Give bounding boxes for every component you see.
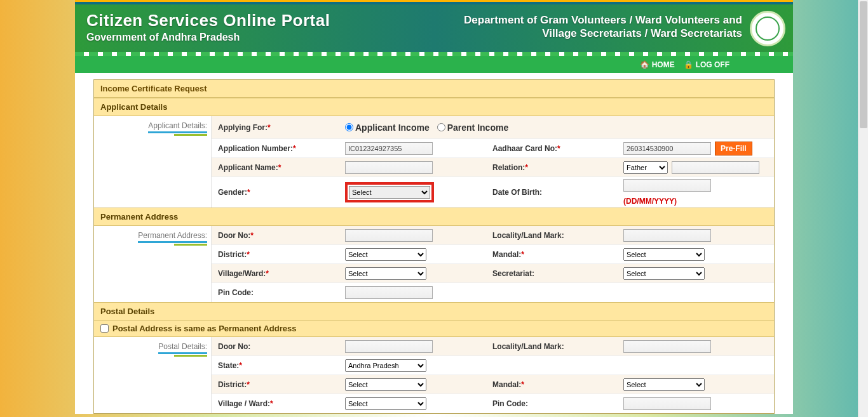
home-icon: 🏠 bbox=[640, 60, 649, 69]
row-perm-district: District:* Select Mandal:* Select bbox=[212, 245, 774, 264]
postal-door-input[interactable] bbox=[345, 340, 433, 353]
perm-door-label: Door No:* bbox=[212, 228, 341, 243]
aadhaar-label: Aadhaar Card No:* bbox=[489, 141, 620, 156]
row-postal-state: State:* Andhra Pradesh bbox=[212, 356, 774, 375]
applicant-side-col: Applicant Details: bbox=[94, 116, 211, 208]
postal-side-col: Postal Details: bbox=[94, 337, 211, 413]
gender-highlight: Select bbox=[345, 182, 434, 202]
postal-locality-input[interactable] bbox=[623, 340, 711, 353]
perm-village-label: Village/Ward:* bbox=[212, 266, 341, 281]
app-no-input[interactable] bbox=[345, 142, 433, 155]
dob-label: Date Of Birth: bbox=[489, 185, 620, 200]
row-postal-district: District:* Select Mandal:* Select bbox=[212, 375, 774, 394]
relation-select[interactable]: Father bbox=[623, 161, 668, 174]
gov-seal-icon bbox=[750, 11, 785, 46]
perm-side-label: Permanent Address: bbox=[138, 231, 207, 243]
postal-district-label: District:* bbox=[212, 377, 341, 392]
nav-logoff-link[interactable]: 🔒 LOG OFF bbox=[684, 60, 729, 69]
applicant-name-label: Applicant Name:* bbox=[212, 160, 341, 175]
postal-section-bar: Postal Details bbox=[94, 302, 774, 321]
applicant-side-label: Applicant Details: bbox=[148, 121, 207, 133]
relation-name-input[interactable] bbox=[672, 161, 759, 174]
nav-logoff-label: LOG OFF bbox=[696, 60, 729, 69]
form-title-bar: Income Certificate Request bbox=[94, 80, 774, 98]
dob-hint: (DD/MM/YYYY) bbox=[623, 197, 677, 206]
radio-applicant-income-label: Applicant Income bbox=[355, 122, 430, 133]
perm-mandal-select[interactable]: Select bbox=[623, 248, 705, 261]
postal-district-select[interactable]: Select bbox=[345, 378, 426, 391]
side-accent bbox=[174, 355, 207, 357]
relation-label: Relation:* bbox=[489, 160, 620, 175]
radio-parent-income-label: Parent Income bbox=[447, 122, 508, 133]
gender-select[interactable]: Select bbox=[349, 186, 430, 199]
row-name-relation: Applicant Name:* Relation:* Father bbox=[212, 158, 774, 177]
radio-applicant-income-input[interactable] bbox=[345, 123, 353, 131]
postal-pin-label: Pin Code: bbox=[489, 396, 620, 411]
perm-village-select[interactable]: Select bbox=[345, 267, 426, 280]
perm-secretariat-label: Secretariat: bbox=[489, 266, 620, 281]
postal-same-row: Postal Address is same as Permanent Addr… bbox=[94, 321, 774, 337]
lock-icon: 🔒 bbox=[684, 60, 693, 69]
postal-door-label: Door No: bbox=[212, 339, 341, 354]
postal-village-select[interactable]: Select bbox=[345, 397, 426, 410]
perm-side-col: Permanent Address: bbox=[94, 226, 211, 302]
perm-pin-input[interactable] bbox=[345, 286, 433, 299]
postal-section: Postal Details: Door No: Locality/Land M… bbox=[94, 337, 774, 413]
postal-state-label: State:* bbox=[212, 358, 341, 373]
row-perm-pin: Pin Code: bbox=[212, 283, 774, 302]
postal-same-label: Postal Address is same as Permanent Addr… bbox=[112, 324, 297, 333]
perm-district-select[interactable]: Select bbox=[345, 248, 426, 261]
perm-mandal-label: Mandal:* bbox=[489, 247, 620, 262]
dob-input[interactable] bbox=[623, 179, 711, 192]
perm-section-bar: Permanent Address bbox=[94, 208, 774, 226]
app-no-label: Application Number:* bbox=[212, 141, 341, 156]
postal-mandal-select[interactable]: Select bbox=[623, 378, 705, 391]
nav-home-label: HOME bbox=[652, 60, 675, 69]
perm-section: Permanent Address: Door No:* Locality/La… bbox=[94, 226, 774, 302]
row-perm-village: Village/Ward:* Select Secretariat: Selec… bbox=[212, 264, 774, 283]
postal-state-select[interactable]: Andhra Pradesh bbox=[345, 359, 426, 372]
postal-side-label: Postal Details: bbox=[158, 342, 207, 354]
postal-mandal-label: Mandal:* bbox=[489, 377, 620, 392]
row-postal-door: Door No: Locality/Land Mark: bbox=[212, 337, 774, 356]
perm-door-input[interactable] bbox=[345, 229, 433, 242]
perm-secretariat-select[interactable]: Select bbox=[623, 267, 705, 280]
radio-parent-income-input[interactable] bbox=[437, 123, 445, 131]
postal-same-checkbox[interactable] bbox=[100, 324, 109, 333]
applicant-section-bar: Applicant Details bbox=[94, 98, 774, 116]
prefill-button[interactable]: Pre-Fill bbox=[715, 142, 752, 156]
postal-village-label: Village / Ward:* bbox=[212, 396, 341, 411]
row-perm-door: Door No:* Locality/Land Mark: bbox=[212, 226, 774, 245]
postal-locality-label: Locality/Land Mark: bbox=[489, 339, 620, 354]
portal-header: Citizen Services Online Portal Governmen… bbox=[75, 2, 793, 52]
row-applying-for: Applying For:* Applicant Income Parent I… bbox=[212, 116, 774, 139]
department-name: Department of Gram Volunteers / Ward Vol… bbox=[464, 13, 742, 41]
gender-label: Gender:* bbox=[212, 185, 341, 200]
perm-district-label: District:* bbox=[212, 247, 341, 262]
perm-locality-input[interactable] bbox=[623, 229, 711, 242]
perm-locality-label: Locality/Land Mark: bbox=[489, 228, 620, 243]
dept-line-1: Department of Gram Volunteers / Ward Vol… bbox=[464, 14, 742, 26]
aadhaar-input[interactable] bbox=[623, 142, 711, 155]
row-gender-dob: Gender:* Select Date Of Birth: (DD/MM/YY… bbox=[212, 177, 774, 208]
perm-pin-label: Pin Code: bbox=[212, 285, 341, 300]
radio-applicant-income[interactable]: Applicant Income bbox=[345, 122, 430, 133]
applying-for-label: Applying For:* bbox=[212, 120, 341, 135]
page-container: Citizen Services Online Portal Governmen… bbox=[75, 0, 793, 414]
applicant-section: Applicant Details: Applying For:* Applic… bbox=[94, 116, 774, 208]
side-accent bbox=[174, 134, 207, 136]
vertical-scrollbar[interactable] bbox=[858, 0, 868, 417]
applicant-name-input[interactable] bbox=[345, 161, 433, 174]
radio-parent-income[interactable]: Parent Income bbox=[437, 122, 508, 133]
dept-line-2: Village Secretariats / Ward Secretariats bbox=[542, 27, 742, 39]
form-container: Income Certificate Request Applicant Det… bbox=[93, 79, 775, 414]
nav-bar: 🏠 HOME 🔒 LOG OFF bbox=[75, 56, 793, 73]
postal-pin-input[interactable] bbox=[623, 397, 711, 410]
scrollbar-thumb[interactable] bbox=[860, 1, 867, 128]
side-accent bbox=[174, 244, 207, 246]
row-appno-aadhaar: Application Number:* Aadhaar Card No:* P… bbox=[212, 139, 774, 158]
row-postal-village: Village / Ward:* Select Pin Code: bbox=[212, 394, 774, 413]
nav-home-link[interactable]: 🏠 HOME bbox=[640, 60, 675, 69]
